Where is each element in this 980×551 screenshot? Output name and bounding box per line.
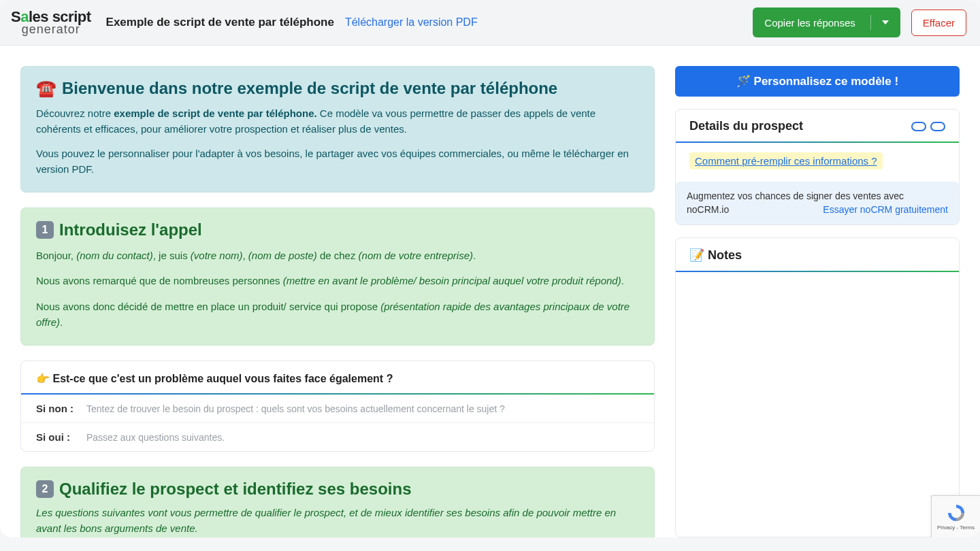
recaptcha-label: Privacy - Terms [937,524,975,531]
phone-icon: ☎️ [36,79,56,98]
recaptcha-badge[interactable]: Privacy - Terms [931,495,980,537]
personalize-label: Personnalisez ce modèle ! [754,75,899,88]
notes-body[interactable] [676,272,959,537]
intro-panel: 1Introduisez l'appel Bonjour, (nom du co… [20,207,655,346]
promo-banner: Augmentez vos chances de signer des vent… [676,182,959,224]
qualify-panel: 2Qualifiez le prospect et identifiez ses… [20,467,655,537]
welcome-p1: Découvrez notre exemple de script de ven… [36,106,639,137]
copy-responses-button[interactable]: Copier les réponses [753,7,900,37]
wand-icon: 🪄 [736,75,751,88]
clear-button[interactable]: Effacer [911,10,966,36]
welcome-p2: Vous pouvez le personnaliser pour l'adap… [36,146,639,177]
prefill-help-link[interactable]: Comment pré-remplir ces informations ? [689,152,883,169]
notes-icon: 📝 [689,248,704,262]
topbar: Sales script generator Exemple de script… [0,0,980,46]
question-header: 👉 Est-ce que c'est un problème auquel vo… [21,361,654,395]
prospect-details-card: Details du prospect Comment pré-remplir … [675,109,960,225]
welcome-panel: ☎️Bienvenue dans notre exemple de script… [20,66,655,193]
welcome-title-text: Bienvenue dans notre exemple de script d… [62,79,557,98]
qualify-desc: Les questions suivantes vont vous permet… [36,505,639,536]
answer-input-no[interactable] [86,403,639,414]
notes-title: Notes [708,248,742,262]
question-label-no: Si non : [36,403,77,414]
button-separator [870,15,871,30]
prospect-details-title: Details du prospect [689,119,803,133]
chevron-down-icon[interactable] [882,20,889,24]
promo-link[interactable]: Essayer noCRM gratuitement [823,203,948,217]
download-pdf-link[interactable]: Télécharger la version PDF [345,16,478,29]
qualify-title-text: Qualifiez le prospect et identifiez ses … [59,480,411,499]
step-badge-1: 1 [36,221,54,239]
copy-responses-label: Copier les réponses [764,17,855,29]
side-column: 🪄 Personnalisez ce modèle ! Details du p… [675,66,960,537]
intro-line2: Nous avons remarqué que de nombreuses pe… [36,273,639,288]
question-row-yes: Si oui : [21,422,654,451]
notes-header: 📝 Notes [676,238,959,272]
personalize-button[interactable]: 🪄 Personnalisez ce modèle ! [675,66,960,97]
recaptcha-icon [946,503,966,523]
question-row-no: Si non : [21,395,654,422]
step-badge-2: 2 [36,480,54,498]
question-panel: 👉 Est-ce que c'est un problème auquel vo… [20,361,655,452]
notes-card: 📝 Notes [675,237,960,537]
qualify-title: 2Qualifiez le prospect et identifiez ses… [36,480,639,499]
view-toggles [911,122,945,131]
page-title: Exemple de script de vente par téléphone [106,16,334,29]
toggle-2[interactable] [930,122,945,131]
question-title: Est-ce que c'est un problème auquel vous… [52,373,393,384]
main-column: ☎️Bienvenue dans notre exemple de script… [20,66,655,537]
logo-subtitle: generator [11,23,91,35]
intro-title: 1Introduisez l'appel [36,220,639,239]
toggle-1[interactable] [911,122,926,131]
answer-input-yes[interactable] [86,432,639,443]
intro-line1: Bonjour, (nom du contact), je suis (votr… [36,248,639,263]
intro-line3: Nous avons donc décidé de mettre en plac… [36,299,639,331]
question-label-yes: Si oui : [36,431,77,443]
intro-title-text: Introduisez l'appel [59,220,202,239]
pointing-icon: 👉 [36,373,50,384]
logo[interactable]: Sales script generator [7,7,95,38]
welcome-title: ☎️Bienvenue dans notre exemple de script… [36,79,639,98]
